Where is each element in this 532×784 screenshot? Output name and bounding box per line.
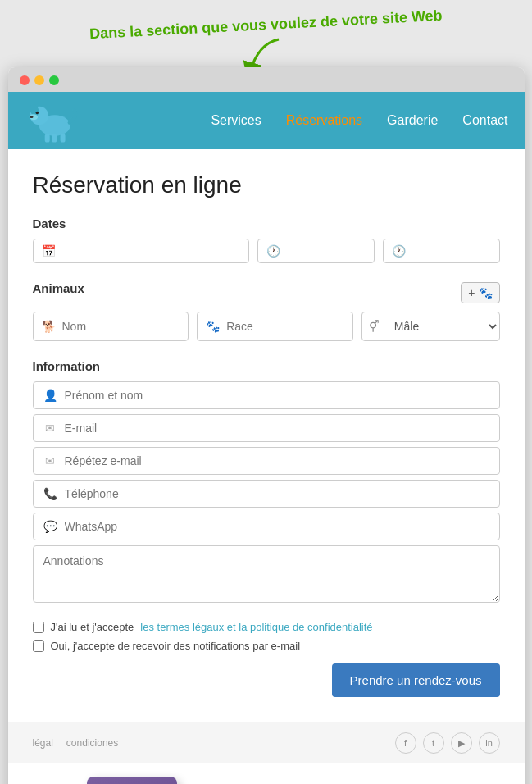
logo-area: [25, 96, 82, 145]
navbar: Services Réservations Garderie Contact: [8, 92, 525, 149]
time1-input-wrapper: 🕐 10:00: [257, 239, 375, 263]
social-icons: f t ▶ in: [395, 732, 500, 754]
nav-link-contact[interactable]: Contact: [462, 113, 507, 127]
information-label: Information: [33, 359, 500, 373]
email-icon: ✉: [43, 422, 57, 435]
nav-link-garderie[interactable]: Garderie: [387, 113, 438, 127]
minimize-dot[interactable]: [34, 75, 44, 85]
clock1-icon: 🕐: [266, 244, 280, 258]
calendar-icon: 📅: [42, 244, 56, 258]
footer: légal condiciones f t ▶ in: [8, 722, 525, 763]
whatsapp-field: 💬: [33, 513, 500, 540]
email-input[interactable]: [65, 422, 489, 435]
nav-links: Services Réservations Garderie Contact: [211, 113, 507, 128]
race-input[interactable]: [226, 320, 344, 333]
svg-rect-8: [60, 134, 65, 142]
footer-conditions-link[interactable]: condiciones: [66, 737, 118, 749]
svg-rect-6: [44, 134, 49, 142]
submit-button[interactable]: Prendre un rendez-vous: [332, 663, 500, 697]
annotations-input[interactable]: [33, 545, 500, 603]
phone-field: 📞: [33, 480, 500, 508]
race-input-wrapper: 🐾: [197, 312, 353, 341]
footer-links: légal condiciones: [33, 737, 119, 749]
terms-link[interactable]: les termes légaux et la politique de con…: [140, 621, 372, 633]
nav-link-services[interactable]: Services: [211, 113, 261, 127]
facebook-icon[interactable]: f: [395, 732, 416, 754]
browser-window: Services Réservations Garderie Contact R…: [8, 67, 525, 784]
email-field: ✉: [33, 414, 500, 442]
phone-icon: 📞: [43, 487, 57, 500]
terms-checkbox[interactable]: [33, 622, 44, 633]
clock2-icon: 🕐: [392, 244, 406, 258]
nom-input[interactable]: [62, 320, 180, 333]
svg-point-5: [30, 116, 33, 118]
nav-item-garderie[interactable]: Garderie: [387, 113, 438, 128]
add-animal-button[interactable]: + 🐾: [461, 282, 499, 303]
gender-icon: ⚥: [362, 320, 380, 333]
promo-box[interactable]: Chenil et chatterie Soins de pour animau…: [87, 777, 177, 784]
dog-icon: 🐕: [42, 320, 56, 333]
animal-row: 🐕 🐾 ⚥ Mâle Femelle: [33, 312, 500, 341]
browser-chrome: [8, 67, 525, 92]
expand-dot[interactable]: [49, 75, 59, 85]
time2-input[interactable]: 11:00: [412, 244, 491, 258]
linkedin-icon[interactable]: in: [479, 732, 500, 754]
paw2-icon: 🐾: [206, 320, 220, 333]
youtube-icon[interactable]: ▶: [451, 732, 472, 754]
person-icon: 👤: [43, 389, 57, 402]
dates-label: Dates: [33, 217, 500, 230]
prenom-input[interactable]: [65, 389, 489, 402]
checkbox1-text: J'ai lu et j'accepte: [51, 621, 134, 633]
information-section: Information 👤 ✉ ✉ 📞 💬: [33, 359, 500, 606]
close-dot[interactable]: [20, 75, 30, 85]
animaux-label: Animaux: [33, 281, 84, 295]
phone-input[interactable]: [65, 487, 489, 500]
paw-icon: 🐾: [479, 286, 493, 299]
time2-input-wrapper: 🕐 11:00: [383, 239, 500, 263]
prenom-field: 👤: [33, 381, 500, 409]
nav-item-reservations[interactable]: Réservations: [286, 113, 362, 128]
date-input-wrapper: 📅: [33, 239, 249, 263]
footer-legal-link[interactable]: légal: [33, 737, 53, 749]
nav-item-contact[interactable]: Contact: [462, 113, 507, 128]
nav-item-services[interactable]: Services: [211, 113, 261, 128]
twitter-icon[interactable]: t: [423, 732, 444, 754]
dates-row: 📅 🕐 10:00 🕐 11:00: [33, 239, 500, 263]
email-repeat-field: ✉: [33, 447, 500, 475]
email-repeat-input[interactable]: [65, 454, 489, 467]
gender-select-wrapper: ⚥ Mâle Femelle: [361, 312, 500, 341]
main-content: Réservation en ligne Dates 📅 🕐 10:00 🕐 1…: [8, 149, 525, 722]
animaux-header: Animaux + 🐾: [33, 281, 500, 303]
checkbox2-row: Oui, j'accepte de recevoir des notificat…: [33, 640, 500, 652]
nom-input-wrapper: 🐕: [33, 312, 189, 341]
checkbox2-text: Oui, j'accepte de recevoir des notificat…: [51, 640, 301, 652]
page-title: Réservation en ligne: [33, 172, 500, 198]
date-input[interactable]: [62, 244, 240, 258]
promo-area: Chenil et chatterie Soins de pour animau…: [8, 763, 525, 784]
submit-row: Prendre un rendez-vous: [33, 663, 500, 697]
svg-point-4: [35, 112, 38, 114]
nav-link-reservations[interactable]: Réservations: [286, 113, 362, 127]
plus-icon: +: [468, 286, 475, 299]
svg-rect-7: [52, 134, 57, 142]
time1-input[interactable]: 10:00: [287, 244, 366, 258]
checkbox1-row: J'ai lu et j'accepte les termes légaux e…: [33, 621, 500, 633]
whatsapp-icon: 💬: [43, 520, 57, 533]
whatsapp-input[interactable]: [65, 520, 489, 533]
notifications-checkbox[interactable]: [33, 640, 44, 652]
email-repeat-icon: ✉: [43, 454, 57, 467]
gender-select[interactable]: Mâle Femelle: [386, 312, 499, 340]
logo-dog: [25, 96, 82, 145]
